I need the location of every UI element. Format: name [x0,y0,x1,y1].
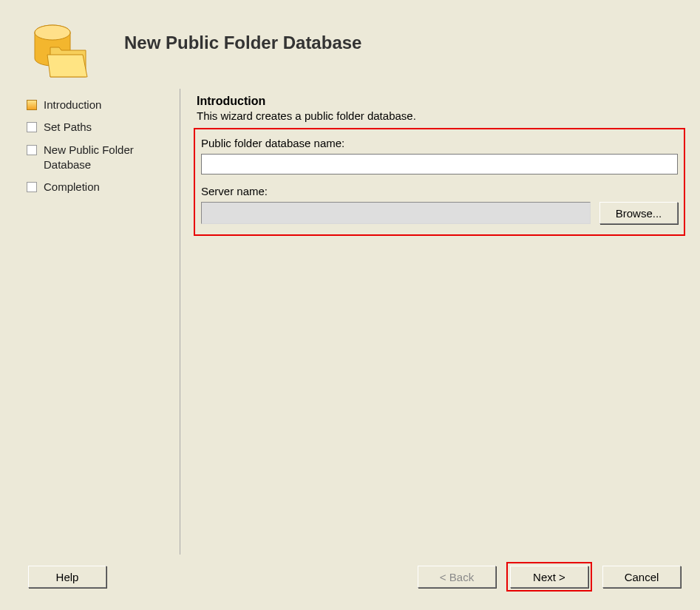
vertical-divider [180,89,180,555]
next-button-highlight: Next > [506,562,592,592]
content-description: This wizard creates a public folder data… [197,109,685,122]
database-name-input[interactable] [201,154,678,174]
svg-point-1 [35,25,70,40]
next-button[interactable]: Next > [510,566,588,588]
wizard-content: Introduction This wizard creates a publi… [194,89,685,558]
cancel-button[interactable]: Cancel [602,566,681,588]
browse-button[interactable]: Browse... [599,202,678,224]
step-introduction: Introduction [27,98,178,112]
step-pending-icon [27,122,37,132]
database-name-label: Public folder database name: [201,137,678,149]
step-active-icon [27,100,37,110]
step-label: New Public Folder Database [44,143,178,173]
step-pending-icon [27,182,37,192]
wizard-footer: Help < Back Next > Cancel [0,562,700,592]
server-row: Browse... [201,202,678,224]
public-folder-database-icon [28,18,95,84]
wizard-steps-sidebar: Introduction Set Paths New Public Folder… [27,89,178,558]
content-heading: Introduction [197,95,685,108]
wizard-body: Introduction Set Paths New Public Folder… [0,89,700,558]
step-label: Set Paths [44,120,92,135]
step-label: Completion [44,180,100,194]
step-new-public-folder-database: New Public Folder Database [27,143,178,173]
step-set-paths: Set Paths [27,120,178,135]
wizard-header: New Public Folder Database [0,0,700,89]
server-name-label: Server name: [201,185,678,197]
help-button[interactable]: Help [28,566,106,588]
step-completion: Completion [27,180,178,194]
back-button[interactable]: < Back [418,566,496,588]
step-label: Introduction [44,98,101,112]
step-pending-icon [27,145,37,155]
highlighted-form-area: Public folder database name: Server name… [194,128,685,236]
wizard-title: New Public Folder Database [124,33,361,53]
footer-right-buttons: < Back Next > Cancel [418,562,681,592]
server-name-input [201,202,591,224]
